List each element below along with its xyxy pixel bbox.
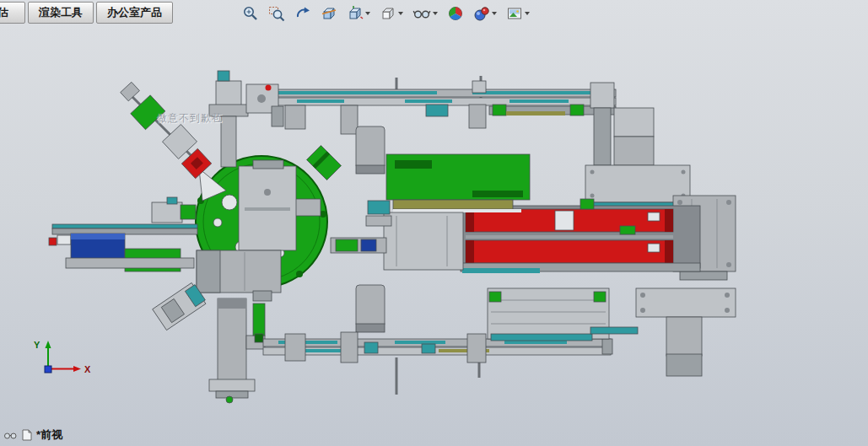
model-upper-right-block[interactable] (614, 108, 654, 165)
model-green-fixture-plate[interactable] (386, 154, 530, 212)
zoom-to-area-icon[interactable] (267, 4, 286, 23)
model-bottom-conveyor[interactable] (263, 332, 612, 395)
axis-x-label: X (84, 364, 91, 374)
model-dial-base-box[interactable] (197, 250, 281, 301)
orientation-triad: Y X (22, 336, 115, 386)
model-upper-left-arm[interactable] (121, 82, 212, 178)
command-tabs: 估 渲染工具 办公室产品 (0, 2, 173, 24)
edit-appearance-icon[interactable] (446, 4, 465, 23)
tab-evaluate-partial[interactable]: 估 (0, 2, 25, 24)
apply-scene-dropdown-icon[interactable] (492, 12, 497, 15)
sheet-icon (22, 429, 32, 441)
model-bottom-right-blocks[interactable] (590, 288, 736, 376)
model-left-feeder[interactable] (49, 197, 197, 271)
heads-up-toolbar (241, 4, 531, 23)
section-view-icon[interactable] (320, 4, 338, 23)
model-center-posts[interactable] (356, 126, 385, 332)
hide-show-items-icon[interactable] (412, 4, 439, 23)
axis-y-label: Y (34, 340, 40, 350)
tab-render-tools[interactable]: 渲染工具 (28, 2, 94, 24)
previous-view-icon[interactable] (294, 4, 312, 23)
hide-show-dropdown-icon[interactable] (433, 12, 438, 15)
model-lower-column[interactable] (209, 298, 265, 403)
view-label: *前视 (3, 427, 62, 443)
zoom-to-fit-icon[interactable] (241, 4, 260, 23)
view-settings-dropdown-icon[interactable] (525, 12, 530, 15)
display-style-dropdown-icon[interactable] (398, 12, 403, 15)
eyeglasses-icon (3, 430, 18, 440)
view-settings-icon[interactable] (505, 4, 531, 23)
model-canvas[interactable] (0, 0, 868, 446)
tab-office-products[interactable]: 办公室产品 (96, 2, 173, 24)
display-style-icon[interactable] (379, 4, 404, 23)
view-name-text: *前视 (36, 427, 62, 443)
cad-window: 估 渲染工具 办公室产品 (0, 0, 868, 446)
apply-scene-icon[interactable] (472, 4, 498, 23)
view-orientation-icon[interactable] (346, 4, 371, 23)
view-orientation-dropdown-icon[interactable] (365, 12, 370, 15)
watermark-note: 做意不到歉苞 (157, 111, 223, 126)
